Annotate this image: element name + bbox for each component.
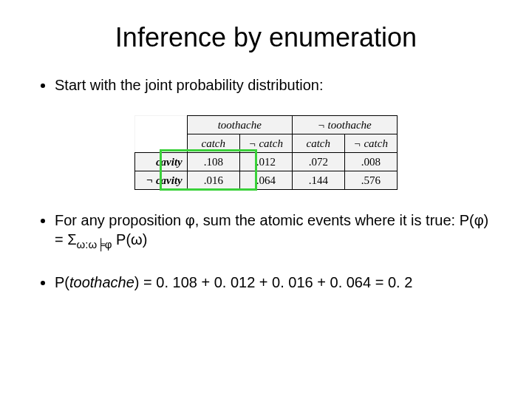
jpd-table: toothache ¬ toothache catch ¬ catch catc… <box>134 115 398 190</box>
bullet-2-sub: ω:ω╞φ <box>77 238 112 250</box>
cell-1-2: .144 <box>292 171 344 190</box>
cell-0-2: .072 <box>292 153 344 171</box>
bullet-2-post: P(ω) <box>112 231 148 248</box>
bullet-3-pre: P( <box>55 274 69 290</box>
slide: Inference by enumeration Start with the … <box>0 0 532 327</box>
col-sub-3: ¬ catch <box>344 134 397 153</box>
bullet-1: Start with the joint probability distrib… <box>55 75 495 95</box>
cell-1-1: .064 <box>239 171 292 190</box>
col-sub-0: catch <box>187 134 239 153</box>
bullet-1-text: Start with the joint probability distrib… <box>55 77 324 93</box>
cell-0-3: .008 <box>344 153 397 171</box>
col-sub-2: catch <box>292 134 344 153</box>
bullet-3: P(toothache) = 0. 108 + 0. 012 + 0. 016 … <box>55 273 495 292</box>
cell-0-0: .108 <box>187 153 239 171</box>
cell-1-3: .576 <box>344 171 397 190</box>
corner-cell-2 <box>135 134 188 153</box>
col-sub-1: ¬ catch <box>239 134 292 153</box>
bullet-list-2: For any proposition φ, sum the atomic ev… <box>37 211 495 292</box>
cell-1-0: .016 <box>187 171 239 190</box>
bullet-2: For any proposition φ, sum the atomic ev… <box>55 211 495 252</box>
row-0-label: cavity <box>135 153 188 171</box>
jpd-table-wrap: toothache ¬ toothache catch ¬ catch catc… <box>37 115 495 190</box>
col-top-0: toothache <box>187 116 292 134</box>
slide-title: Inference by enumeration <box>37 22 495 53</box>
bullet-list: Start with the joint probability distrib… <box>37 75 495 95</box>
corner-cell <box>135 116 188 134</box>
cell-0-1: .012 <box>239 153 292 171</box>
bullet-3-it: toothache <box>69 274 134 290</box>
col-top-1: ¬ toothache <box>292 116 397 134</box>
row-1-label: ¬ cavity <box>135 171 188 190</box>
bullet-3-post: ) = 0. 108 + 0. 012 + 0. 016 + 0. 064 = … <box>134 274 412 290</box>
